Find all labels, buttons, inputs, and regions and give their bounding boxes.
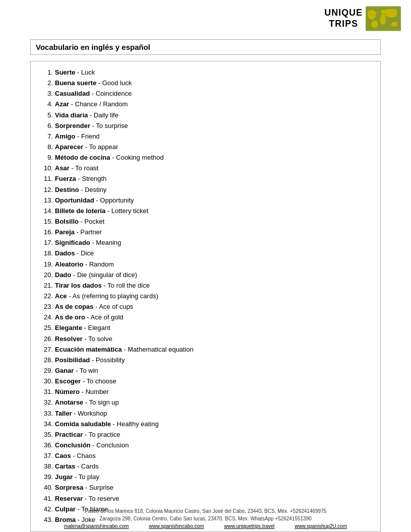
english-translation: - Possibility (90, 356, 124, 364)
spanish-word: Suerte (55, 69, 75, 76)
footer-link[interactable]: www.spanishincabo.com (149, 523, 204, 529)
footer-link[interactable]: www.spanishup2U.com (295, 523, 347, 529)
spanish-word: Comida saludable (55, 420, 111, 428)
item-content: Destino - Destiny (55, 185, 372, 195)
spanish-word: Significado (55, 239, 90, 246)
spanish-word: Reservar (55, 495, 83, 502)
footer-link[interactable]: www.uniquetrips.travel (224, 523, 275, 529)
item-number: 26. (39, 334, 53, 344)
english-translation: - To reserve (83, 495, 119, 502)
title-box: Vocabulario en inglés y español (30, 39, 381, 55)
item-content: Bolsillo - Pocket (55, 217, 372, 227)
item-number: 25. (39, 323, 53, 333)
list-item: 11.Fuerza - Strength (39, 174, 372, 184)
item-content: Aparecer - To appear (55, 142, 372, 152)
list-item: 39.Jugar - To play (39, 472, 372, 482)
spanish-word: As de copas (55, 303, 94, 310)
item-number: 6. (39, 121, 53, 131)
english-translation: - Elegant (82, 324, 110, 331)
spanish-word: Escoger (55, 377, 81, 385)
spanish-word: Destino (55, 186, 79, 193)
header: UNIQUE TRIPS (0, 0, 411, 35)
spanish-word: Aparecer (55, 143, 83, 151)
item-number: 27. (39, 345, 53, 355)
list-item: 23.As de copas - Ace of cups (39, 302, 372, 312)
english-translation: - Chance / Random (69, 100, 127, 108)
footer-line1: Paseo de los Marinos 818, Colonia Mauric… (10, 507, 401, 515)
item-number: 24. (39, 312, 53, 322)
list-item: 25.Elegante - Elegant (39, 323, 372, 333)
footer-link[interactable]: malena@spanishincabo.com (64, 523, 129, 529)
english-translation: - Workshop (72, 410, 107, 417)
logo-container: UNIQUE TRIPS (324, 6, 401, 31)
spanish-word: Ganar (55, 367, 74, 374)
footer-line2: Zaragoza 298, Colonia Centro, Cabo San l… (10, 515, 401, 522)
english-translation: - Coincidence (90, 90, 131, 97)
list-item: 22.Ace - As (referring to playing cards) (39, 291, 372, 301)
list-item: 29.Ganar - To win (39, 366, 372, 376)
item-content: Ecuación matemática - Mathematical equat… (55, 345, 372, 355)
english-translation: - Ace of gold (85, 313, 123, 321)
list-item: 37.Caos - Chaos (39, 451, 372, 461)
item-content: Ace - As (referring to playing cards) (55, 291, 372, 301)
english-translation: - To appear (83, 143, 118, 151)
english-translation: - Friend (75, 132, 99, 140)
item-content: Elegante - Elegant (55, 323, 372, 333)
vocabulary-container: 1.Suerte - Luck2.Buena suerte - Good luc… (30, 61, 381, 532)
english-translation: - Number (80, 388, 109, 395)
spanish-word: Azar (55, 100, 69, 108)
item-content: Vida diaria - Daily life (55, 110, 372, 120)
spanish-word: Sorpresa (55, 484, 83, 491)
item-number: 29. (39, 366, 53, 376)
list-item: 17.Significado - Meaning (39, 238, 372, 248)
item-number: 38. (39, 461, 53, 472)
item-content: Taller - Workshop (55, 409, 372, 419)
list-item: 5.Vida diaria - Daily life (39, 110, 372, 120)
item-content: Buena suerte - Good luck (55, 78, 372, 88)
item-number: 1. (39, 68, 53, 78)
item-content: As de copas - Ace of cups (55, 302, 372, 312)
list-item: 15.Bolsillo - Pocket (39, 217, 372, 227)
english-translation: - To sign up (83, 398, 119, 406)
item-number: 31. (39, 387, 53, 397)
item-content: Asar - To roast (55, 163, 372, 173)
item-number: 16. (39, 227, 53, 237)
english-translation: - Cards (75, 462, 98, 470)
logo-line1: UNIQUE (324, 8, 363, 19)
item-number: 12. (39, 185, 53, 195)
english-translation: - To roll the dice (102, 282, 150, 289)
english-translation: - Surprise (83, 484, 113, 491)
footer: Paseo de los Marinos 818, Colonia Mauric… (0, 503, 411, 532)
spanish-word: Oportunidad (55, 196, 94, 204)
logo-map-icon (366, 6, 401, 31)
spanish-word: Tirar los dados (55, 282, 102, 289)
english-translation: - Meaning (90, 239, 121, 246)
spanish-word: Pareja (55, 228, 75, 236)
spanish-word: Método de cocina (55, 154, 110, 161)
spanish-word: Aleatorio (55, 260, 83, 268)
item-content: Suerte - Luck (55, 68, 372, 78)
list-item: 26.Resolver - To solve (39, 334, 372, 344)
list-item: 14.Billete de lotería - Lottery ticket (39, 206, 372, 216)
list-item: 35.Practicar - To practice (39, 430, 372, 440)
item-content: Conclusión - Conclusion (55, 440, 372, 450)
spanish-word: Caos (55, 452, 71, 459)
spanish-word: Vida diaria (55, 111, 88, 119)
spanish-word: Cartas (55, 462, 75, 470)
item-number: 11. (39, 174, 53, 184)
item-content: Jugar - To play (55, 472, 372, 482)
item-content: Fuerza - Strength (55, 174, 372, 184)
english-translation: - Ace of cups (94, 303, 133, 310)
item-number: 8. (39, 142, 53, 152)
spanish-word: Billete de lotería (55, 207, 105, 215)
english-translation: - To choose (81, 377, 116, 385)
item-number: 23. (39, 302, 53, 312)
list-item: 12.Destino - Destiny (39, 185, 372, 195)
item-content: Aleatorio - Random (55, 259, 372, 270)
english-translation: - Good luck (96, 79, 131, 87)
english-translation: - Luck (75, 69, 95, 76)
english-translation: - Daily life (88, 111, 119, 119)
spanish-word: Dados (55, 249, 75, 257)
item-number: 7. (39, 131, 53, 142)
list-item: 19.Aleatorio - Random (39, 259, 372, 270)
